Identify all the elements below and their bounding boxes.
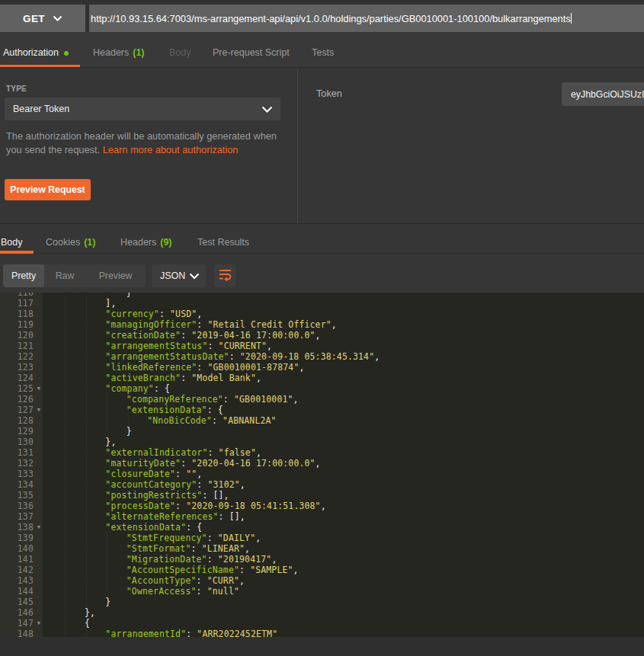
indent-guide [86,565,87,575]
tab-prerequest-script[interactable]: Pre-request Script [213,37,290,69]
indent-guide [86,405,87,415]
line-number: 119 [0,319,34,330]
view-mode-preview[interactable]: Preview [85,264,146,287]
code-line-text: }, [85,607,95,618]
fold-arrow-icon[interactable]: ▾ [34,522,43,532]
indent-guide [65,586,66,597]
indent-guide [107,293,107,298]
code-line-121: 121"arrangementStatus": "CURRENT", [0,341,644,351]
line-number: 143 [0,575,34,586]
fold-arrow-icon[interactable]: ▾ [34,618,43,628]
line-number: 148 [0,629,34,637]
code-line-text: "maturityDate": "2020-04-16 17:00:00.0", [105,458,320,469]
response-tab-body-label: Body [1,237,23,248]
response-tab-headers-label: Headers [120,237,156,248]
indent-guide [65,394,66,405]
line-number: 130 [0,437,34,447]
indent-guide [65,629,66,637]
response-tabs: Body Cookies (1) Headers (9) Test Result… [0,224,644,254]
line-number: 123 [0,362,34,373]
code-line-text: "managingOfficer": "Retail Credit Office… [105,319,337,330]
auth-type-select[interactable]: Bearer Token [5,98,280,120]
code-line-text: }, [105,437,116,447]
code-line-119: 119"managingOfficer": "Retail Credit Off… [0,319,644,330]
view-mode-raw[interactable]: Raw [44,264,85,287]
tab-prerequest-script-label: Pre-request Script [213,47,290,58]
response-body-viewer[interactable]: 116}117],118"currency": "USD",119"managi… [0,293,644,637]
token-input[interactable]: eyJhbGciOiJSUzI1 [562,82,644,106]
horizontal-scrollbar-track[interactable] [0,637,644,656]
auth-help-line1: The authorization header will be automat… [6,130,277,142]
indent-guide [65,618,66,629]
indent-guide [86,309,87,319]
indent-guide [65,543,66,554]
indent-guide [65,554,66,565]
indent-guide [107,394,107,405]
tab-body[interactable]: Body [169,37,191,69]
line-number: 117 [0,298,34,309]
learn-more-link[interactable]: Learn more about authorization [103,144,239,155]
tab-headers[interactable]: Headers (1) [93,37,145,69]
tab-headers-label: Headers [93,47,129,58]
format-select[interactable]: JSON [152,264,206,287]
code-line-140: 140"StmtFormat": "LINEAR", [0,543,644,554]
format-select-value: JSON [152,270,185,281]
tab-authorization[interactable]: Authorization [3,37,69,69]
indent-guide [65,469,66,479]
response-tab-headers-count: (9) [160,237,171,248]
indent-guide [65,330,66,341]
line-number: 134 [0,479,34,490]
view-mode-pretty[interactable]: Pretty [3,264,44,287]
indent-guide [86,351,87,362]
response-tab-headers[interactable]: Headers (9) [120,226,172,258]
response-tab-test-results-label: Test Results [197,237,249,248]
indent-guide [86,447,87,458]
code-line-138: 138▾"extensionData": { [0,522,644,533]
tab-tests[interactable]: Tests [312,37,334,69]
line-number: 116 [0,293,34,298]
indent-guide [65,479,66,490]
indent-guide [65,533,66,543]
code-line-text: "NnoBicCode": "ABNANL2A" [147,415,276,426]
indent-guide [107,586,107,597]
line-number: 132 [0,458,34,469]
method-selector[interactable]: GET [0,5,85,32]
code-line-116: 116} [0,293,644,298]
text-cursor [571,13,572,24]
code-line-127: 127▾"extensionData": { [0,405,644,415]
indent-guide [86,490,87,501]
line-number: 146 [0,607,34,618]
code-line-124: 124"activeBranch": "Model Bank", [0,373,644,383]
code-line-text: "accountCategory": "3102", [105,479,245,490]
code-line-147: 147▾{ [0,618,644,629]
line-number: 139 [0,533,34,543]
indent-guide [86,373,87,383]
code-line-text: "arrangementId": "ARR2022452ETM" [105,629,277,637]
code-line-text: "StmtFrequency": "DAILY", [127,533,261,543]
request-url-bar: GET http://10.93.15.64:7003/ms-arrangeme… [0,0,644,32]
code-line-129: 129} [0,426,644,437]
active-tab-underline [0,65,80,67]
request-tabs: Authorization Headers (1) Body Pre-reque… [0,32,644,68]
indent-guide [86,586,87,597]
indent-guide [86,319,87,330]
preview-request-button[interactable]: Preview Request [5,179,91,200]
code-line-126: 126"companyReference": "GB0010001", [0,394,644,405]
line-number: 127 [0,405,34,415]
line-number: 128 [0,415,34,426]
response-tab-cookies[interactable]: Cookies (1) [46,226,95,258]
wrap-text-button[interactable] [214,264,235,287]
code-line-120: 120"creationDate": "2019-04-16 17:00:00.… [0,330,644,341]
indent-guide [65,437,66,447]
response-tab-test-results[interactable]: Test Results [197,226,249,258]
indent-guide [65,415,66,426]
indent-guide [128,415,129,426]
view-mode-switch: Pretty Raw Preview [3,264,146,287]
code-line-text: "OwnerAccess": "null" [127,586,239,597]
fold-arrow-icon[interactable]: ▾ [34,383,43,393]
indent-guide [65,298,66,309]
response-toolbar: Pretty Raw Preview JSON [0,254,644,293]
code-line-text: "extensionData": { [127,405,223,415]
url-input[interactable]: http://10.93.15.64:7003/ms-arrangement-a… [89,5,644,32]
fold-arrow-icon[interactable]: ▾ [34,405,43,414]
